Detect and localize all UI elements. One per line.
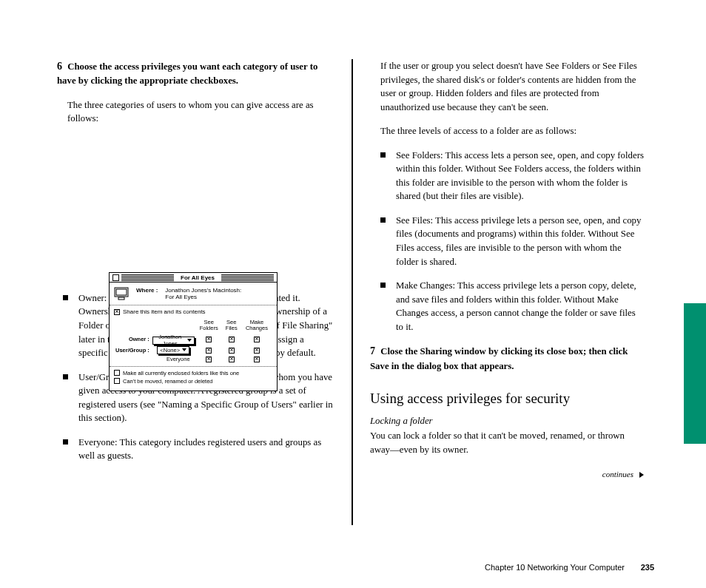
col-make-changes: Make Changes [241,320,272,333]
share-checkbox-row: Share this item and its contents [114,308,272,315]
titlebar-lines [221,274,274,281]
where-line-2: For All Eyes [165,294,197,300]
right-p1: If the user or group you select doesn't … [380,59,644,114]
right-column: If the user or group you select doesn't … [370,59,644,480]
chevron-down-icon [187,339,192,342]
bullet-icon [63,295,68,300]
step-7: 7 Close the Sharing window by clicking i… [370,344,644,373]
col-see-files: See Files [222,320,241,333]
owner-label: Owner : [129,336,149,342]
chapter-tab [684,303,706,444]
usergroup-select[interactable]: <None> [157,346,189,354]
share-label: Share this item and its contents [123,308,206,315]
bullet-icon [380,217,386,223]
owner-see-files-checkbox[interactable] [229,337,235,342]
opt-make-enclosed: Make all currently enclosed folders like… [123,370,239,376]
opt-cant-move: Can't be moved, renamed or deleted [123,378,213,385]
window-titlebar: For All Eyes [110,273,277,283]
everyone-see-files-checkbox[interactable] [229,356,235,362]
bullet-icon [63,374,68,379]
step-number: 6 [57,61,62,72]
usergroup-select-value: <None> [160,347,180,354]
column-divider [352,59,353,525]
usergroup-row: User/Group : <None> [114,345,272,355]
footer-options: Make all currently enclosed folders like… [114,370,272,385]
where-value: Jonathon Jones's Macintosh: For All Eyes [165,287,241,300]
svg-rect-1 [116,289,127,295]
everyone-make-changes-checkbox[interactable] [254,356,260,362]
step-6-desc: The three categories of users to whom yo… [67,98,334,126]
owner-row: Owner : Jonathon Jones [114,333,272,345]
chevron-down-icon [182,348,186,351]
owner-see-folders-checkbox[interactable] [206,337,212,342]
subhead-locking: Locking a folder [370,416,644,427]
everyone-see-folders-checkbox[interactable] [206,356,212,362]
bullet-make-changes: Make Changes: This access privilege lets… [380,279,644,334]
divider [110,305,277,305]
divider [110,366,277,367]
step-6: 6 Choose the access privileges you want … [57,59,334,88]
usergroup-make-changes-checkbox[interactable] [254,348,260,354]
continues-marker: continues [370,467,644,480]
folder-monitor-icon [114,287,129,300]
bullet-icon [380,152,386,158]
where-row: Where : Jonathon Jones's Macintosh: For … [114,287,272,300]
continues-triangle-icon [639,472,644,478]
locking-body: You can lock a folder so that it can't b… [370,429,644,456]
where-line-1: Jonathon Jones's Macintosh: [165,287,241,294]
owner-select[interactable]: Jonathon Jones [152,337,195,345]
page-number: 235 [641,563,654,572]
bullet-see-folders: See Folders: This access lets a person s… [380,149,644,203]
bullet-see-folders-text: See Folders: This access lets a person s… [396,149,644,203]
bullet-everyone: Everyone: This category includes registe… [63,436,334,463]
col-see-folders: See Folders [196,320,222,333]
continues-text: continues [602,470,633,479]
sharing-window: For All Eyes Where : Jonathon Jones's Ma… [109,272,278,391]
bullet-everyone-text: Everyone: This category includes registe… [78,436,334,463]
bullet-see-files-text: See Files: This access privilege lets a … [396,214,644,268]
owner-make-changes-checkbox[interactable] [254,337,260,342]
left-column: 6 Choose the access privileges you want … [57,59,334,473]
where-label: Where : [136,287,158,294]
cant-move-checkbox[interactable] [114,378,120,384]
permissions-table: See Folders See Files Make Changes Owner… [114,320,272,363]
right-p2: The three levels of access to a folder a… [380,124,644,138]
bullet-icon [380,283,386,288]
step-6-text: Choose the access privileges you want ea… [57,61,317,86]
perm-header-row: See Folders See Files Make Changes [114,320,272,333]
chapter-label: Chapter 10 Networking Your Computer [485,563,625,572]
bullet-make-changes-text: Make Changes: This access privilege lets… [396,279,644,334]
window-body: Where : Jonathon Jones's Macintosh: For … [110,283,277,391]
step-number: 7 [370,345,375,356]
step-7-text: Close the Sharing window by clicking its… [370,346,628,371]
svg-rect-2 [118,297,124,300]
owner-select-value: Jonathon Jones [155,334,185,347]
make-enclosed-checkbox[interactable] [114,370,120,376]
section-heading: Using access privileges for security [370,391,644,407]
bullet-see-files: See Files: This access privilege lets a … [380,214,644,268]
close-box-icon[interactable] [112,274,119,281]
usergroup-see-folders-checkbox[interactable] [206,348,212,354]
usergroup-see-files-checkbox[interactable] [229,348,235,354]
usergroup-label: User/Group : [115,347,149,354]
everyone-label: Everyone [167,356,190,362]
bullet-icon [63,439,68,445]
share-checkbox[interactable] [114,309,120,315]
window-title: For All Eyes [176,274,219,281]
titlebar-lines [121,274,174,281]
everyone-row: Everyone [114,355,272,363]
right-bullets: See Folders: This access lets a person s… [380,149,644,334]
